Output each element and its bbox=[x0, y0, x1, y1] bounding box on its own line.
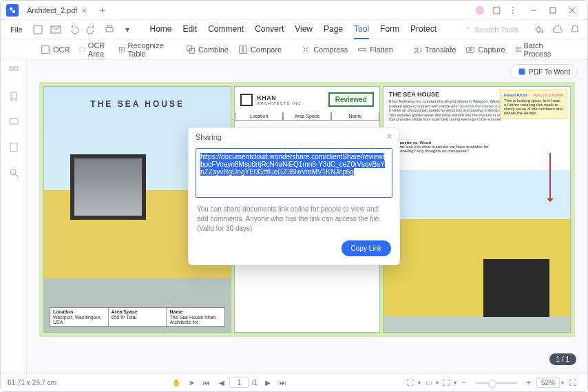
chat-icon[interactable] bbox=[8, 116, 19, 130]
combine-button[interactable]: Combine bbox=[186, 45, 229, 54]
compress-button[interactable]: Compress bbox=[301, 45, 348, 54]
word-icon bbox=[518, 68, 526, 76]
svg-point-2 bbox=[512, 6, 514, 8]
attachment-icon[interactable] bbox=[8, 142, 19, 155]
save-icon[interactable] bbox=[32, 24, 43, 35]
avatar-icon[interactable] bbox=[474, 5, 485, 16]
close-window-button[interactable] bbox=[563, 3, 582, 17]
print-icon[interactable] bbox=[104, 24, 115, 35]
search-panel-icon[interactable] bbox=[8, 167, 19, 180]
prev-page-icon[interactable]: ◀ bbox=[217, 378, 227, 388]
chevron-down-icon[interactable]: ▾ bbox=[418, 380, 421, 386]
svg-rect-5 bbox=[550, 8, 556, 13]
undo-icon[interactable] bbox=[68, 24, 79, 35]
recognize-table-button[interactable]: Recognize Table bbox=[118, 41, 167, 58]
tab-form[interactable]: Form bbox=[380, 20, 399, 39]
fullscreen-icon[interactable]: ⛶ bbox=[568, 378, 578, 388]
bookmark-icon[interactable] bbox=[8, 91, 19, 104]
zoom-out-icon[interactable]: − bbox=[459, 378, 469, 388]
svg-point-3 bbox=[512, 9, 514, 10]
svg-rect-23 bbox=[516, 50, 517, 52]
svg-rect-1 bbox=[493, 7, 500, 14]
zoom-slider[interactable] bbox=[476, 382, 517, 384]
notifications-icon[interactable] bbox=[491, 5, 502, 16]
svg-rect-25 bbox=[10, 67, 13, 70]
tab-home[interactable]: Home bbox=[149, 20, 171, 39]
svg-rect-11 bbox=[81, 47, 85, 51]
next-page-icon[interactable]: ▶ bbox=[263, 378, 273, 388]
last-page-icon[interactable]: ⏭ bbox=[278, 378, 288, 388]
svg-rect-17 bbox=[359, 48, 366, 51]
share-icon[interactable] bbox=[534, 24, 545, 35]
minimize-button[interactable] bbox=[524, 3, 543, 17]
svg-point-0 bbox=[476, 6, 485, 14]
cloud-icon[interactable] bbox=[552, 24, 563, 35]
modal-title: Sharing bbox=[196, 133, 222, 141]
ocr-button[interactable]: OCR bbox=[41, 45, 70, 54]
display-mode-icon[interactable]: ▭ bbox=[423, 378, 433, 388]
first-page-icon[interactable]: ⏮ bbox=[202, 378, 211, 388]
svg-rect-10 bbox=[42, 45, 50, 53]
chevron-down-icon[interactable]: ▾ bbox=[436, 380, 439, 386]
read-mode-icon[interactable]: ⛶ bbox=[441, 378, 451, 388]
share-link-field[interactable]: https://documentcloud.wondershare.com/cl… bbox=[196, 148, 392, 198]
search-tools[interactable]: Search Tools bbox=[464, 25, 518, 34]
svg-rect-16 bbox=[244, 45, 246, 53]
tab-title: Architect_2.pdf bbox=[27, 6, 77, 14]
thumbnails-icon[interactable] bbox=[8, 65, 19, 79]
close-tab-icon[interactable]: ✕ bbox=[81, 7, 87, 14]
copy-link-button[interactable]: Copy Link bbox=[342, 240, 391, 256]
tab-convert[interactable]: Convert bbox=[255, 20, 284, 39]
tool-ribbon: OCR OCR Area Recognize Table Combine Com… bbox=[1, 39, 587, 60]
zoom-value[interactable]: 52% bbox=[536, 378, 560, 388]
illustration bbox=[483, 259, 549, 317]
pdf-to-word-button[interactable]: PDF To Word bbox=[510, 64, 578, 79]
hand-tool-icon[interactable]: ✋ bbox=[171, 378, 181, 388]
zoom-in-icon[interactable]: + bbox=[524, 378, 534, 388]
ocr-area-button[interactable]: OCR Area bbox=[79, 41, 108, 58]
close-modal-icon[interactable]: ✕ bbox=[386, 132, 392, 141]
svg-rect-30 bbox=[519, 69, 525, 75]
svg-rect-28 bbox=[10, 143, 17, 152]
tab-tool[interactable]: Tool bbox=[354, 20, 369, 39]
select-tool-icon[interactable]: ➤ bbox=[187, 378, 196, 388]
file-menu[interactable]: File bbox=[8, 24, 25, 35]
tab-view[interactable]: View bbox=[295, 20, 313, 39]
left-sidebar bbox=[1, 60, 27, 373]
tab-page[interactable]: Page bbox=[324, 20, 343, 39]
chevron-down-icon[interactable]: ▾ bbox=[454, 380, 456, 386]
bell-icon[interactable] bbox=[569, 24, 580, 35]
sticky-note[interactable]: Faisal KhanNov 16, 2:01PM This is lookin… bbox=[500, 90, 567, 118]
redo-icon[interactable] bbox=[86, 24, 97, 35]
page-dimensions: 61.71 x 29.7 cm bbox=[8, 379, 56, 386]
more-menu-icon[interactable] bbox=[507, 5, 518, 16]
sharing-modal: Sharing ✕ https://documentcloud.wondersh… bbox=[188, 127, 400, 265]
reviewed-stamp: Reviewed bbox=[328, 92, 374, 107]
doc-column-3: THE SEA HOUSE Khan Architects Inc. creat… bbox=[383, 86, 571, 333]
capture-button[interactable]: Capture bbox=[465, 45, 505, 54]
compare-button[interactable]: Compare bbox=[238, 45, 282, 54]
chevron-down-icon[interactable]: ▾ bbox=[122, 24, 133, 35]
page-indicator: 1 / 1 bbox=[549, 353, 576, 365]
status-bar: 61.71 x 29.7 cm ✋ ➤ ⏮ ◀ 1 /1 ▶ ⏭ ⛶▾ ▭▾ ⛶… bbox=[1, 373, 587, 391]
tab-edit[interactable]: Edit bbox=[183, 20, 198, 39]
mail-icon[interactable] bbox=[50, 24, 61, 35]
flatten-button[interactable]: Flatten bbox=[357, 45, 393, 54]
file-tab[interactable]: Architect_2.pdf ✕ bbox=[23, 5, 91, 16]
new-tab-button[interactable]: + bbox=[95, 5, 109, 16]
page-number-input[interactable]: 1 bbox=[229, 378, 249, 388]
svg-rect-24 bbox=[518, 50, 520, 52]
translate-button[interactable]: 文ATranslate bbox=[412, 45, 456, 54]
maximize-button[interactable] bbox=[543, 3, 563, 17]
svg-rect-9 bbox=[107, 25, 112, 28]
tab-comment[interactable]: Comment bbox=[208, 20, 244, 39]
tab-protect[interactable]: Protect bbox=[410, 20, 437, 39]
doc-title: THE SEA HOUSE bbox=[44, 99, 231, 109]
khan-logo-icon bbox=[240, 94, 253, 106]
sparkle-icon bbox=[464, 25, 472, 34]
fit-width-icon[interactable]: ⛶ bbox=[406, 378, 415, 388]
chevron-down-icon[interactable]: ▾ bbox=[561, 380, 564, 386]
svg-rect-19 bbox=[467, 47, 474, 52]
batch-process-button[interactable]: Batch Process bbox=[515, 41, 555, 58]
modal-description: You can share documents link online for … bbox=[189, 205, 399, 240]
